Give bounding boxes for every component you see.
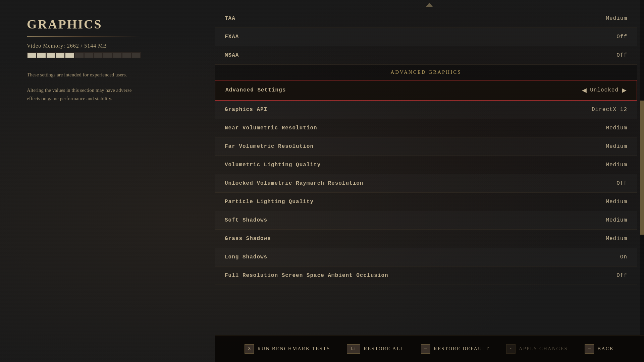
setting-ssao[interactable]: Full Resolution Screen Space Ambient Occ… — [215, 266, 637, 285]
setting-msaa[interactable]: MSAA Off — [215, 46, 637, 65]
description-p1: These settings are intended for experien… — [27, 71, 141, 79]
apply-changes-label: Apply Changes — [519, 346, 568, 352]
mem-seg-3 — [47, 53, 55, 58]
mem-seg-11 — [122, 53, 131, 58]
advanced-graphics-header: Advanced Graphics — [215, 65, 637, 80]
setting-graphics-api[interactable]: Graphics API DirectX 12 — [215, 101, 637, 119]
run-benchmark-action[interactable]: X Run Benchmark Tests — [245, 344, 330, 354]
mem-seg-2 — [37, 53, 45, 58]
title-divider — [27, 36, 141, 37]
description-text: These settings are intended for experien… — [27, 71, 141, 110]
right-panel: TAA Medium FXAA Off MSAA Off Advanced Gr… — [215, 0, 644, 362]
restore-default-action[interactable]: ― Restore Default — [421, 344, 489, 354]
mem-seg-5 — [65, 53, 74, 58]
memory-divider — [27, 61, 141, 61]
setting-long-shadows[interactable]: Long Shadows On — [215, 248, 637, 266]
mem-seg-8 — [94, 53, 102, 58]
setting-fxaa[interactable]: FXAA Off — [215, 28, 637, 46]
restore-all-action[interactable]: L↑ Restore All — [347, 344, 404, 354]
page-container: Graphics Video Memory: 2662 / 5144 MB T — [0, 0, 644, 362]
restore-default-key: ― — [421, 344, 430, 354]
apply-changes-key: ▪ — [506, 344, 516, 354]
back-action[interactable]: ― Back — [585, 344, 614, 354]
benchmark-label: Run Benchmark Tests — [257, 346, 330, 352]
setting-near-volumetric[interactable]: Near Volumetric Resolution Medium — [215, 119, 637, 137]
page-title: Graphics — [27, 17, 195, 32]
mem-seg-6 — [75, 53, 83, 58]
setting-soft-shadows[interactable]: Soft Shadows Medium — [215, 211, 637, 230]
setting-far-volumetric[interactable]: Far Volumetric Resolution Medium — [215, 137, 637, 156]
back-key: ― — [585, 344, 594, 354]
scroll-indicator-top — [215, 0, 644, 9]
mem-seg-4 — [56, 53, 64, 58]
setting-grass-shadows[interactable]: Grass Shadows Medium — [215, 230, 637, 248]
mem-seg-10 — [113, 53, 121, 58]
restore-all-key: L↑ — [347, 344, 360, 354]
scroll-up-arrow[interactable] — [426, 3, 433, 7]
setting-volumetric-lighting[interactable]: Volumetric Lighting Quality Medium — [215, 156, 637, 174]
value-with-arrows: ◀ Unlocked ▶ — [582, 86, 627, 94]
mem-seg-12 — [132, 53, 140, 58]
video-memory-label: Video Memory: 2662 / 5144 MB — [27, 43, 195, 49]
arrow-left-icon[interactable]: ◀ — [582, 86, 587, 94]
mem-seg-1 — [28, 53, 36, 58]
memory-bar — [27, 52, 141, 58]
apply-changes-action: ▪ Apply Changes — [506, 344, 568, 354]
restore-all-label: Restore All — [364, 346, 404, 352]
setting-taa[interactable]: TAA Medium — [215, 9, 637, 28]
restore-default-label: Restore Default — [434, 346, 489, 352]
setting-particle-lighting[interactable]: Particle Lighting Quality Medium — [215, 193, 637, 211]
settings-list: TAA Medium FXAA Off MSAA Off Advanced Gr… — [215, 9, 644, 362]
scrollbar-thumb[interactable] — [640, 101, 644, 235]
bottom-toolbar: X Run Benchmark Tests L↑ Restore All ― R… — [215, 335, 644, 362]
back-label: Back — [597, 346, 614, 352]
left-panel: Graphics Video Memory: 2662 / 5144 MB T — [0, 0, 215, 362]
benchmark-key: X — [245, 344, 254, 354]
description-p2: Altering the values in this section may … — [27, 86, 141, 103]
setting-unlocked-volumetric[interactable]: Unlocked Volumetric Raymarch Resolution … — [215, 174, 637, 193]
setting-advanced-settings[interactable]: Advanced Settings ◀ Unlocked ▶ — [215, 80, 637, 101]
arrow-right-icon[interactable]: ▶ — [622, 86, 627, 94]
mem-seg-9 — [103, 53, 112, 58]
scrollbar[interactable] — [640, 0, 644, 335]
mem-seg-7 — [85, 53, 93, 58]
